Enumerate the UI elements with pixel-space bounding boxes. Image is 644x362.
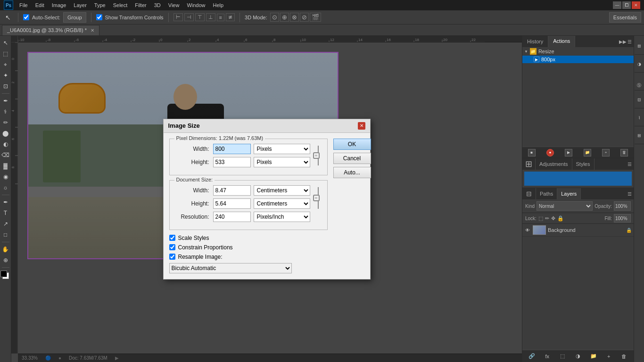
3d-btn2[interactable]: ⊕ [280, 13, 289, 22]
lasso-tool-button[interactable]: ⌖ [0, 59, 11, 70]
props-menu-icon[interactable]: ☰ [627, 162, 632, 167]
layer-style-btn[interactable]: fx [543, 352, 552, 361]
menu-image[interactable]: Image [49, 1, 70, 9]
adjustments-tab-btn[interactable]: Adjustments [536, 158, 572, 170]
layer-mask-btn[interactable]: ⬚ [558, 352, 567, 361]
folder-btn[interactable]: 📁 [584, 149, 591, 156]
eraser-tool-button[interactable]: ⌫ [0, 150, 11, 160]
close-button[interactable]: ✕ [632, 1, 640, 9]
menu-3d[interactable]: 3D [151, 1, 164, 9]
gradient-tool-button[interactable]: ▓ [0, 161, 11, 171]
eyedropper-tool-button[interactable]: ✒ [0, 96, 11, 106]
doc-height-unit[interactable]: Centimeters Inches Millimeters [254, 198, 310, 209]
history-brush-button[interactable]: ◐ [0, 139, 11, 149]
layers-panel-icon-btn[interactable]: ⊞ [635, 127, 644, 144]
layer-kind-select[interactable]: Normal [537, 201, 593, 211]
3d-btn5[interactable]: 🎬 [310, 13, 321, 22]
show-transform-checkbox[interactable] [96, 14, 102, 20]
table-row[interactable]: 👁 Background 🔒 [522, 224, 634, 237]
auto-select-checkbox[interactable] [23, 14, 29, 20]
play-btn[interactable]: ▶ [565, 149, 572, 156]
paths-panel-icon-btn[interactable]: ⌇ [635, 109, 644, 126]
pixel-width-unit[interactable]: Pixels Percent [254, 144, 310, 154]
link-layers-btn[interactable]: 🔗 [528, 352, 536, 361]
maximize-button[interactable]: ⧠ [622, 1, 631, 9]
stop-btn[interactable]: ■ [528, 149, 536, 156]
dialog-close-button[interactable]: ✕ [358, 122, 365, 130]
action-800px[interactable]: ▶ 800px [522, 56, 634, 63]
panel-menu-icon[interactable]: ☰ [627, 39, 632, 44]
paths-tab[interactable]: Paths [536, 188, 557, 199]
3d-btn1[interactable]: ⊙ [270, 13, 279, 22]
layers-tab[interactable]: Layers [557, 188, 581, 199]
panel-expand-icon[interactable]: ▶▶ [619, 39, 627, 44]
history-tab[interactable]: History [522, 36, 548, 47]
lock-transparent-btn[interactable]: ⬚ [538, 215, 543, 222]
auto-button[interactable]: Auto... [333, 167, 371, 178]
minimize-button[interactable]: — [613, 1, 621, 9]
new-layer-btn[interactable]: + [604, 352, 613, 361]
channels-tab[interactable]: ⊟ [522, 188, 536, 199]
pixel-height-input[interactable] [213, 157, 251, 167]
crop-tool-button[interactable]: ⊡ [0, 81, 11, 91]
lock-position-btn[interactable]: ✥ [551, 215, 555, 222]
menu-window[interactable]: Window [183, 1, 208, 9]
menu-filter[interactable]: Filter [132, 1, 149, 9]
brush-tool-button[interactable]: ✏ [0, 117, 11, 128]
group-dropdown[interactable]: Group [63, 12, 86, 23]
channels-panel-btn[interactable]: ⊟ [635, 91, 644, 108]
record-btn[interactable]: ● [546, 149, 554, 156]
resolution-input[interactable] [213, 212, 251, 222]
ok-button[interactable]: OK [333, 139, 371, 150]
menu-layer[interactable]: Layer [70, 1, 90, 9]
new-group-btn[interactable]: 📁 [589, 352, 598, 361]
adjustments-panel-btn[interactable]: ◑ [635, 56, 644, 73]
align-top[interactable]: ⊥ [206, 13, 215, 21]
quick-select-tool-button[interactable]: ✦ [0, 70, 11, 81]
pixel-height-unit[interactable]: Pixels Percent [254, 157, 310, 167]
dodge-tool-button[interactable]: ☼ [0, 182, 11, 193]
menu-view[interactable]: View [165, 1, 183, 9]
pen-tool-button[interactable]: ✒ [0, 197, 11, 207]
menu-help[interactable]: Help [210, 1, 227, 9]
blur-tool-button[interactable]: ◉ [0, 172, 11, 182]
resample-image-checkbox[interactable] [169, 254, 175, 260]
workspace-dropdown[interactable]: Essentials [609, 12, 641, 23]
properties-tab[interactable]: ⊞ [522, 158, 536, 170]
doc-width-input[interactable] [213, 185, 251, 196]
resolution-unit[interactable]: Pixels/Inch Pixels/Centimeter [254, 212, 310, 222]
resample-method-select[interactable]: Bicubic Automatic Bicubic Smoother Bicub… [169, 263, 292, 273]
document-tab[interactable]: _U6A0001.jpg @ 33.3% (RGB/8) * ✕ [2, 25, 99, 35]
pixel-width-input[interactable] [213, 144, 251, 154]
path-select-button[interactable]: ↗ [0, 219, 11, 229]
menu-edit[interactable]: Edit [32, 1, 48, 9]
zoom-tool-button[interactable]: ⊕ [0, 255, 11, 265]
styles-tab-btn[interactable]: Styles [572, 158, 594, 170]
align-bottom[interactable]: ≢ [226, 13, 235, 21]
healing-tool-button[interactable]: ⚕ [0, 107, 11, 117]
align-right[interactable]: ⊤ [195, 13, 205, 21]
3d-btn4[interactable]: ⊘ [300, 13, 309, 22]
actions-tab[interactable]: Actions [548, 36, 575, 47]
shape-tool-button[interactable]: □ [0, 230, 11, 240]
clone-tool-button[interactable]: ⬤ [0, 128, 11, 139]
move-tool-button[interactable]: ↖ [0, 38, 11, 48]
new-action-btn[interactable]: + [602, 149, 610, 156]
3d-btn3[interactable]: ⊗ [290, 13, 299, 22]
layer-visibility-icon[interactable]: 👁 [524, 227, 531, 233]
styles-panel-btn[interactable]: Ⓢ [635, 74, 644, 90]
opacity-input[interactable] [614, 201, 631, 211]
lock-all-btn[interactable]: 🔒 [557, 215, 564, 222]
action-folder-resize[interactable]: ▼ 📁 Resize [522, 47, 634, 56]
lock-image-btn[interactable]: ✏ [545, 215, 549, 222]
delete-action-btn[interactable]: 🗑 [620, 149, 628, 156]
text-tool-button[interactable]: T [0, 208, 11, 218]
scale-styles-checkbox[interactable] [169, 235, 175, 241]
menu-select[interactable]: Select [110, 1, 131, 9]
foreground-color-swatch[interactable] [0, 271, 7, 277]
marquee-tool-button[interactable]: ⬚ [0, 49, 11, 59]
hand-tool-button[interactable]: ✋ [0, 244, 11, 255]
menu-type[interactable]: Type [91, 1, 109, 9]
align-center-v[interactable]: ≡ [217, 14, 224, 21]
tab-close-button[interactable]: ✕ [91, 28, 94, 33]
